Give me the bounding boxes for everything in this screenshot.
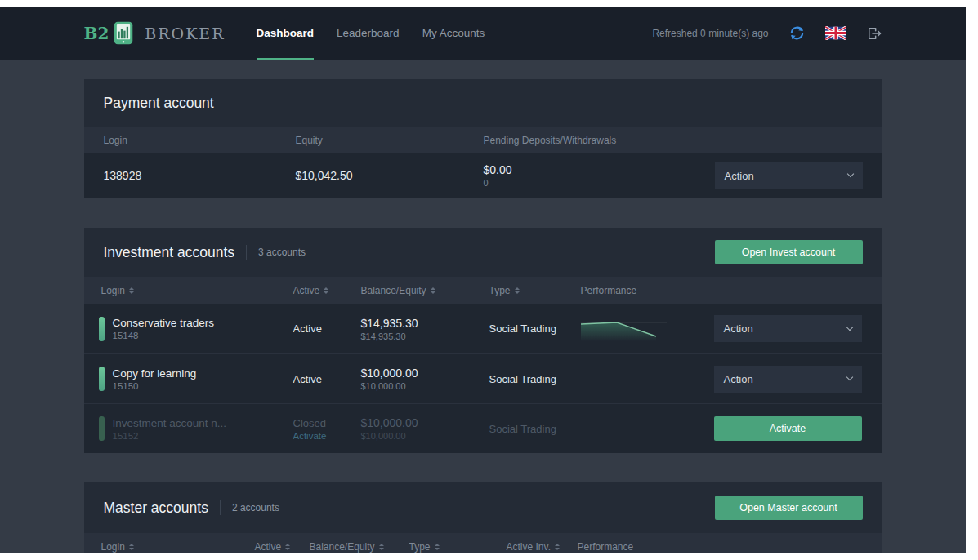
investment-accounts-count: 3 accounts	[246, 245, 306, 260]
master-accounts-card: Master accounts 2 accounts Open Master a…	[84, 482, 882, 553]
investment-table-header: Login Active Balance/Equity Type Perform…	[84, 277, 882, 304]
top-navbar: B2 BROKER Dashboard	[0, 7, 966, 60]
logo-chart-icon	[114, 21, 133, 45]
investment-card-title: Investment accounts	[104, 244, 235, 261]
column-header-active[interactable]: Active	[255, 541, 310, 553]
logo-broker-text: BROKER	[145, 24, 225, 42]
column-header-balance-equity[interactable]: Balance/Equity	[361, 285, 489, 296]
app-window: B2 BROKER Dashboard	[0, 7, 966, 553]
investment-action-dropdown[interactable]: Action	[714, 315, 862, 342]
investment-accounts-card: Investment accounts 3 accounts Open Inve…	[84, 228, 882, 453]
column-header-login: Login	[104, 135, 296, 146]
column-header-performance: Performance	[581, 285, 714, 296]
payment-action-dropdown[interactable]: Action	[715, 162, 863, 189]
payment-equity-value: $10,042.50	[296, 169, 484, 182]
column-header-active[interactable]: Active	[293, 285, 361, 296]
main-nav: Dashboard Leaderboard My Accounts	[245, 7, 497, 60]
column-header-login[interactable]: Login	[101, 541, 255, 553]
column-header-balance-equity[interactable]: Balance/Equity	[310, 541, 409, 553]
account-name: Investment account n...	[113, 417, 227, 429]
master-table-header: Login Active Balance/Equity Type Active …	[84, 533, 882, 553]
uk-flag-icon[interactable]	[825, 26, 846, 40]
account-type: Social Trading	[489, 423, 581, 435]
payment-account-card: Payment account Login Equity Pending Dep…	[84, 79, 882, 198]
account-balance: $10,000.00	[361, 367, 489, 380]
activate-link[interactable]: Activate	[293, 431, 361, 441]
account-status-bar	[99, 317, 105, 341]
brand-logo[interactable]: B2 BROKER	[84, 21, 226, 45]
account-name: Conservative traders	[113, 317, 215, 329]
sort-icon	[431, 287, 435, 294]
open-invest-account-button[interactable]: Open Invest account	[715, 240, 863, 264]
account-status: Active	[293, 373, 361, 385]
table-row: Investment account n... 15152 Closed Act…	[84, 403, 882, 453]
column-header-performance: Performance	[578, 541, 863, 553]
nav-tab-my-accounts[interactable]: My Accounts	[411, 7, 497, 60]
sort-icon	[324, 287, 328, 294]
pending-count: 0	[484, 178, 714, 188]
account-id: 15150	[113, 381, 197, 391]
open-master-account-button[interactable]: Open Master account	[715, 496, 863, 520]
payment-table-header: Login Equity Pending Deposits/Withdrawal…	[84, 127, 882, 153]
nav-tab-leaderboard[interactable]: Leaderboard	[325, 7, 411, 60]
performance-sparkline	[581, 317, 714, 341]
account-type: Social Trading	[489, 373, 581, 385]
chevron-down-icon	[846, 171, 853, 177]
refreshed-status-text: Refreshed 0 minute(s) ago	[652, 28, 768, 39]
sort-icon	[435, 544, 440, 550]
account-balance: $10,000.00	[361, 416, 489, 429]
sort-icon	[379, 544, 384, 550]
table-row: Copy for learning 15150 Active $10,000.0…	[84, 353, 882, 403]
column-header-active-inv[interactable]: Active Inv.	[507, 541, 578, 553]
refresh-icon[interactable]	[788, 24, 806, 42]
master-accounts-count: 2 accounts	[220, 500, 279, 515]
payment-card-title: Payment account	[104, 95, 214, 112]
sort-icon	[515, 287, 520, 294]
table-row: Conservative traders 15148 Active $14,93…	[84, 304, 882, 353]
account-equity: $10,000.00	[361, 381, 489, 391]
account-equity: $14,935.30	[361, 331, 489, 341]
sort-icon	[129, 544, 134, 550]
account-status-bar	[99, 367, 105, 391]
master-card-title: Master accounts	[104, 500, 208, 517]
account-id: 15152	[113, 431, 227, 441]
account-balance: $14,935.30	[361, 317, 489, 330]
payment-login-value: 138928	[104, 169, 296, 182]
logout-icon[interactable]	[866, 25, 882, 42]
account-status: Active	[293, 322, 361, 335]
account-name: Copy for learning	[113, 367, 197, 380]
column-header-login[interactable]: Login	[101, 285, 293, 296]
account-equity: $10,000.00	[361, 431, 489, 441]
sort-icon	[285, 544, 290, 550]
column-header-pending: Pending Deposits/Withdrawals	[484, 135, 714, 146]
chevron-down-icon	[846, 323, 852, 330]
column-header-equity: Equity	[296, 135, 484, 146]
account-type: Social Trading	[489, 322, 581, 335]
activate-account-button[interactable]: Activate	[714, 416, 862, 441]
pending-amount: $0.00	[484, 163, 714, 176]
column-header-type[interactable]: Type	[409, 541, 507, 553]
sort-icon	[555, 544, 560, 550]
account-status: Closed	[293, 417, 361, 429]
chevron-down-icon	[846, 374, 852, 380]
table-row: 138928 $10,042.50 $0.00 0 Action	[84, 153, 882, 198]
nav-tab-dashboard[interactable]: Dashboard	[245, 7, 326, 60]
sort-icon	[129, 287, 134, 294]
account-id: 15148	[113, 331, 215, 340]
logo-b2-text: B2	[84, 24, 109, 43]
investment-action-dropdown[interactable]: Action	[714, 366, 862, 393]
column-header-type[interactable]: Type	[489, 285, 581, 296]
account-status-bar	[99, 416, 105, 441]
